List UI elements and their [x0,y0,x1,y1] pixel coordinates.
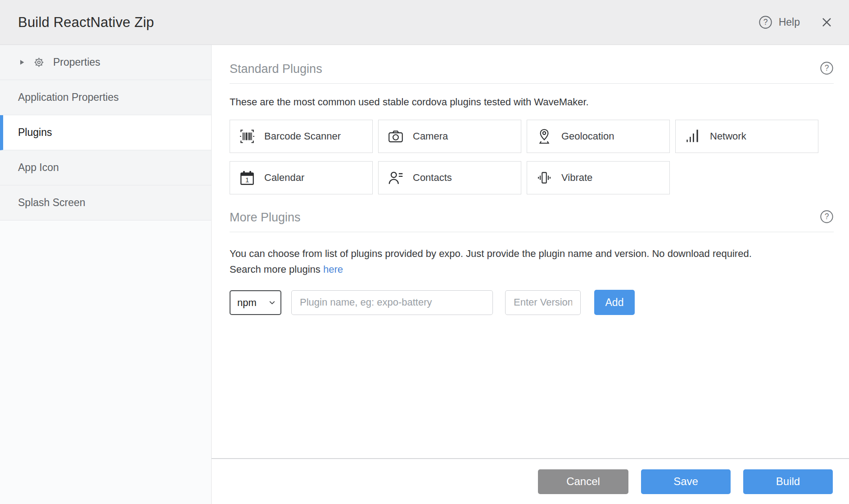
plugin-tile-calendar[interactable]: 1Calendar [230,161,373,194]
plugin-tile-label: Vibrate [561,172,592,184]
dialog-title: Build ReactNative Zip [18,14,154,31]
registry-select[interactable]: npm [230,290,281,315]
network-icon [684,127,702,145]
standard-plugins-description: These are the most common used stable co… [230,96,834,108]
sidebar-item-label: Application Properties [18,91,119,104]
plugin-tile-label: Geolocation [561,130,614,142]
plugin-tiles: Barcode ScannerCameraGeolocationNetwork1… [230,120,834,194]
plugins-panel: Standard Plugins ? These are the most co… [212,45,849,504]
section-divider [230,232,834,232]
close-icon[interactable] [821,16,833,28]
calendar-icon: 1 [238,169,256,187]
section-divider [230,83,834,84]
dialog-header: Build ReactNative Zip ? Help [0,0,849,45]
svg-text:1: 1 [245,176,249,184]
caret-right-icon [18,58,26,66]
version-input[interactable] [505,290,581,315]
svg-text:?: ? [763,18,768,27]
sidebar-item-label: Splash Screen [18,197,86,209]
plugin-tile-label: Camera [413,130,448,142]
sidebar-item-label: Plugins [18,126,52,139]
plugin-tile-network[interactable]: Network [675,120,818,153]
help-label: Help [779,16,800,28]
help-circle-icon: ? [759,15,772,29]
search-more-text: Search more plugins [230,264,321,275]
camera-icon [387,127,405,145]
plugin-tile-label: Barcode Scanner [264,130,341,142]
contacts-icon [387,169,405,187]
plugin-name-input[interactable] [291,290,493,315]
sidebar-item-label: App Icon [18,162,59,174]
save-button[interactable]: Save [641,469,731,494]
cancel-button[interactable]: Cancel [538,469,628,494]
svg-text:?: ? [825,63,829,72]
plugin-tile-contacts[interactable]: Contacts [378,161,521,194]
dialog-footer: Cancel Save Build [212,458,849,504]
sidebar-item-splash-screen[interactable]: Splash Screen [0,185,211,220]
gear-icon [33,56,45,68]
standard-plugins-help-icon[interactable]: ? [820,61,834,75]
plugin-tile-camera[interactable]: Camera [378,120,521,153]
search-more-line: Search more plugins here [230,261,834,277]
more-plugins-description-line: You can choose from list of plugins prov… [230,246,834,261]
build-button[interactable]: Build [743,469,833,494]
help-button[interactable]: ? Help [759,15,800,29]
sidebar-item-plugins[interactable]: Plugins [0,115,211,150]
search-more-link[interactable]: here [323,264,343,275]
plugin-tile-label: Calendar [264,172,304,184]
svg-text:?: ? [825,212,829,221]
vibrate-icon [535,169,553,187]
plugin-tile-barcode-scanner[interactable]: Barcode Scanner [230,120,373,153]
barcode-icon [238,127,256,145]
geolocation-icon [535,127,553,145]
plugin-tile-label: Contacts [413,172,452,184]
sidebar-item-label: Properties [53,56,100,68]
more-plugins-title: More Plugins [230,211,301,225]
more-plugins-description: You can choose from list of plugins prov… [230,246,834,277]
standard-plugins-title: Standard Plugins [230,62,322,76]
more-plugins-help-icon[interactable]: ? [820,210,834,224]
sidebar: Properties Application PropertiesPlugins… [0,45,212,504]
plugin-tile-geolocation[interactable]: Geolocation [527,120,670,153]
plugin-tile-vibrate[interactable]: Vibrate [527,161,670,194]
sidebar-item-application-properties[interactable]: Application Properties [0,80,211,115]
sidebar-item-app-icon[interactable]: App Icon [0,150,211,185]
sidebar-item-properties[interactable]: Properties [0,45,211,80]
add-button[interactable]: Add [594,290,635,315]
add-plugin-form: npm Add [230,290,834,315]
plugin-tile-label: Network [710,130,746,142]
